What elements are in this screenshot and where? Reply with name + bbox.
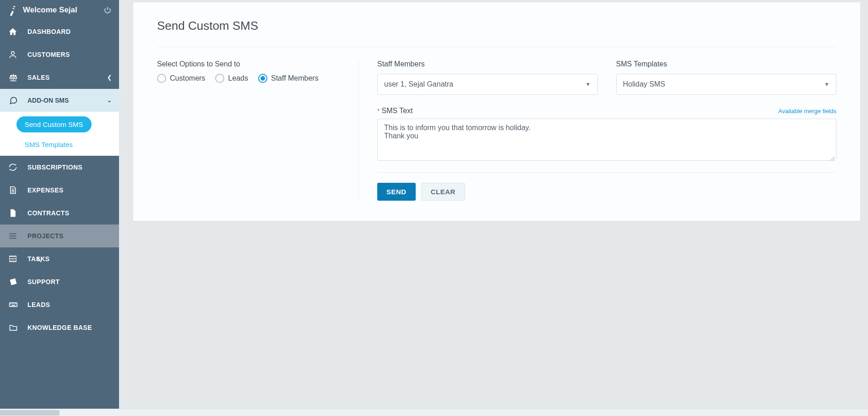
scrollbar-thumb[interactable] — [0, 410, 60, 416]
sidebar-item-knowledge-base[interactable]: KNOWLEDGE BASE — [0, 316, 119, 339]
divider — [157, 47, 836, 47]
radio-staff-members[interactable]: Staff Members — [258, 74, 319, 83]
radio-label: Leads — [228, 74, 248, 82]
page-title: Send Custom SMS — [157, 19, 836, 33]
sms-templates-select[interactable]: Holiday SMS ▼ — [616, 74, 837, 95]
refresh-icon — [8, 163, 21, 172]
chat-icon — [8, 96, 21, 105]
staff-members-value: user 1, Sejal Ganatra — [384, 80, 586, 88]
radio-customers[interactable]: Customers — [157, 74, 205, 83]
send-button[interactable]: SEND — [377, 183, 416, 201]
sidebar: Welcome Sejal DASHBOARD CUSTOMERS SALES … — [0, 0, 119, 416]
sidebar-item-label: DASHBOARD — [27, 28, 112, 35]
staff-members-label: Staff Members — [377, 60, 598, 68]
sidebar-item-projects[interactable]: PROJECTS — [0, 224, 119, 247]
sidebar-item-addon-sms-header[interactable]: ADD-ON SMS ⌄ — [0, 89, 119, 112]
radio-leads[interactable]: Leads — [215, 74, 248, 83]
sidebar-sub-send-custom-sms[interactable]: Send Custom SMS — [16, 116, 92, 132]
caret-down-icon: ▼ — [586, 81, 591, 88]
sidebar-item-support[interactable]: SUPPORT — [0, 270, 119, 293]
sidebar-item-label: TASKS — [27, 255, 112, 263]
send-sms-card: Send Custom SMS Select Options to Send t… — [133, 2, 861, 221]
sidebar-item-label: PROJECTS — [27, 232, 112, 240]
sms-text-input[interactable] — [377, 119, 836, 161]
divider — [377, 172, 836, 173]
keyboard-icon — [8, 300, 21, 309]
sidebar-item-sales[interactable]: SALES ❮ — [0, 66, 119, 89]
power-icon[interactable] — [103, 6, 112, 14]
sidebar-item-label: CONTRACTS — [27, 209, 112, 217]
sidebar-item-label: EXPENSES — [27, 186, 112, 194]
action-buttons: SEND CLEAR — [377, 183, 836, 201]
staff-members-select[interactable]: user 1, Sejal Ganatra ▼ — [377, 74, 598, 95]
send-to-label: Select Options to Send to — [157, 60, 340, 68]
sms-template-field: SMS Templates Holiday SMS ▼ — [616, 60, 837, 95]
horizontal-scrollbar[interactable] — [0, 409, 868, 416]
required-star-icon: * — [377, 107, 380, 115]
svg-point-0 — [11, 51, 15, 55]
welcome-text: Welcome Sejal — [23, 5, 103, 15]
vertical-divider — [358, 60, 359, 201]
list-icon — [8, 254, 21, 263]
chevron-right-icon: ❮ — [107, 74, 112, 81]
radio-label: Customers — [170, 74, 205, 82]
sidebar-item-subscriptions[interactable]: SUBSCRIPTIONS — [0, 156, 119, 179]
sidebar-item-label: KNOWLEDGE BASE — [27, 324, 112, 331]
ticket-icon — [8, 277, 21, 286]
welcome-row: Welcome Sejal — [0, 0, 119, 20]
available-merge-fields-link[interactable]: Available merge fields — [778, 108, 836, 115]
scale-icon — [8, 73, 21, 82]
sidebar-item-label: SUPPORT — [27, 278, 112, 285]
sidebar-item-addon-sms: ADD-ON SMS ⌄ Send Custom SMS SMS Templat… — [0, 89, 119, 156]
sidebar-item-tasks[interactable]: TASKS — [0, 247, 119, 270]
caret-down-icon: ▼ — [824, 81, 830, 88]
clear-button[interactable]: CLEAR — [421, 183, 465, 201]
chevron-down-icon: ⌄ — [107, 97, 112, 104]
sidebar-item-label: SUBSCRIPTIONS — [27, 164, 112, 171]
sidebar-item-label: ADD-ON SMS — [27, 97, 107, 104]
sidebar-sub-sms-templates[interactable]: SMS Templates — [25, 141, 119, 148]
sms-text-header: * SMS Text Available merge fields — [377, 107, 836, 115]
sidebar-item-label: CUSTOMERS — [27, 51, 112, 58]
send-to-radio-group: Customers Leads Staff Members — [157, 74, 340, 83]
sms-text-label: SMS Text — [381, 107, 412, 115]
gavel-icon — [6, 3, 20, 17]
bars-icon — [8, 231, 21, 241]
sms-templates-label: SMS Templates — [616, 60, 837, 68]
folder-icon — [8, 323, 21, 332]
sms-templates-value: Holiday SMS — [623, 80, 825, 88]
sidebar-item-dashboard[interactable]: DASHBOARD — [0, 20, 119, 43]
doc-icon — [8, 186, 21, 195]
addon-sms-submenu: Send Custom SMS SMS Templates — [0, 112, 119, 156]
sidebar-item-leads[interactable]: LEADS — [0, 293, 119, 316]
user-icon — [8, 50, 21, 59]
radio-label: Staff Members — [271, 74, 319, 82]
sms-fields-column: Staff Members user 1, Sejal Ganatra ▼ SM… — [377, 60, 836, 201]
form-row: Select Options to Send to Customers Lead… — [157, 60, 836, 201]
staff-members-field: Staff Members user 1, Sejal Ganatra ▼ — [377, 60, 598, 95]
send-to-column: Select Options to Send to Customers Lead… — [157, 60, 340, 201]
file-icon — [8, 208, 21, 218]
main-area: Send Custom SMS Select Options to Send t… — [119, 0, 868, 229]
sidebar-item-label: LEADS — [27, 301, 112, 308]
sidebar-item-contracts[interactable]: CONTRACTS — [0, 202, 119, 224]
home-icon — [8, 27, 21, 36]
sidebar-item-customers[interactable]: CUSTOMERS — [0, 43, 119, 66]
svg-rect-1 — [10, 303, 17, 307]
sidebar-item-expenses[interactable]: EXPENSES — [0, 179, 119, 202]
sidebar-item-label: SALES — [27, 74, 107, 81]
